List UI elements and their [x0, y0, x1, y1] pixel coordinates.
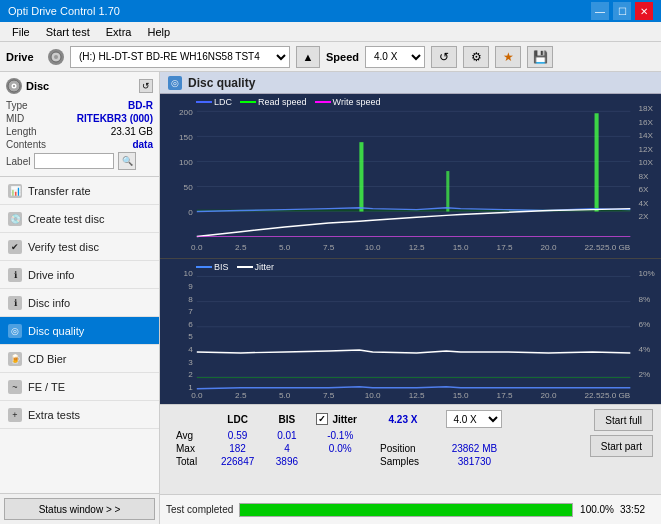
- sidebar-item-disc-quality[interactable]: ◎ Disc quality: [0, 317, 159, 345]
- legend-bis: BIS: [196, 262, 229, 272]
- svg-text:2.5: 2.5: [235, 243, 247, 252]
- legend-read-speed: Read speed: [240, 97, 307, 107]
- svg-text:15.0: 15.0: [453, 243, 470, 252]
- legend-jitter: Jitter: [237, 262, 275, 272]
- menu-help[interactable]: Help: [139, 24, 178, 40]
- sidebar-item-disc-info[interactable]: ℹ Disc info: [0, 289, 159, 317]
- menu-start-test[interactable]: Start test: [38, 24, 98, 40]
- app-title: Opti Drive Control 1.70: [8, 5, 120, 17]
- star-button[interactable]: ★: [495, 46, 521, 68]
- status-window-button[interactable]: Status window > >: [4, 498, 155, 520]
- disc-contents-val: data: [132, 139, 153, 150]
- drive-select[interactable]: (H:) HL-DT-ST BD-RE WH16NS58 TST4: [70, 46, 290, 68]
- status-text: Test completed: [166, 504, 233, 515]
- sidebar-item-create-test-disc[interactable]: 💿 Create test disc: [0, 205, 159, 233]
- col-header-ldc: LDC: [210, 409, 266, 429]
- legend-jitter-line: [237, 266, 253, 268]
- sidebar-item-drive-info[interactable]: ℹ Drive info: [0, 261, 159, 289]
- sidebar-item-transfer-rate[interactable]: 📊 Transfer rate: [0, 177, 159, 205]
- jitter-label: Jitter: [332, 414, 356, 425]
- chart1-svg: 200 150 100 50 0 18X 16X 14X 12X 10X 8X …: [160, 94, 661, 258]
- svg-text:0.0: 0.0: [191, 243, 203, 252]
- maximize-button[interactable]: ☐: [613, 2, 631, 20]
- avg-label: Avg: [168, 429, 210, 442]
- svg-rect-39: [595, 113, 599, 211]
- svg-text:100: 100: [179, 158, 193, 167]
- svg-rect-40: [446, 171, 449, 211]
- chart2-svg: 10 9 8 7 6 5 4 3 2 1 10% 8% 6% 4% 2%: [160, 259, 661, 404]
- disc-label-btn[interactable]: 🔍: [118, 152, 136, 170]
- stats-row-total: Total 226847 3896 Samples 381730: [168, 455, 515, 468]
- svg-text:10X: 10X: [639, 158, 654, 167]
- eject-button[interactable]: ▲: [296, 46, 320, 68]
- settings-button[interactable]: ⚙: [463, 46, 489, 68]
- refresh-button[interactable]: ↺: [431, 46, 457, 68]
- start-full-button[interactable]: Start full: [594, 409, 653, 431]
- close-button[interactable]: ✕: [635, 2, 653, 20]
- main-area: Disc ↺ Type BD-R MID RITEKBR3 (000) Leng…: [0, 72, 661, 524]
- avg-bis: 0.01: [265, 429, 308, 442]
- speed-label: Speed: [326, 51, 359, 63]
- svg-text:12X: 12X: [639, 145, 654, 154]
- disc-icon: [6, 78, 22, 94]
- content-title: Disc quality: [188, 76, 255, 90]
- transfer-rate-icon: 📊: [8, 184, 22, 198]
- sidebar-item-extra-tests[interactable]: + Extra tests: [0, 401, 159, 429]
- avg-jitter: -0.1%: [308, 429, 372, 442]
- svg-rect-5: [160, 94, 661, 258]
- svg-text:2: 2: [188, 370, 193, 379]
- menu-extra[interactable]: Extra: [98, 24, 140, 40]
- legend-write-line: [315, 101, 331, 103]
- svg-text:8%: 8%: [639, 295, 651, 304]
- status-time: 33:52: [620, 504, 655, 515]
- save-button[interactable]: 💾: [527, 46, 553, 68]
- jitter-checkbox[interactable]: ✓: [316, 413, 328, 425]
- svg-text:22.5: 22.5: [585, 243, 602, 252]
- svg-text:25.0 GB: 25.0 GB: [600, 391, 630, 400]
- disc-refresh-btn[interactable]: ↺: [139, 79, 153, 93]
- stats-row-max: Max 182 4 0.0% Position 23862 MB: [168, 442, 515, 455]
- disc-label-input[interactable]: [34, 153, 114, 169]
- svg-text:12.5: 12.5: [409, 243, 426, 252]
- total-bis: 3896: [265, 455, 308, 468]
- samples-val: 381730: [434, 455, 515, 468]
- legend-ldc: LDC: [196, 97, 232, 107]
- svg-text:50: 50: [184, 184, 194, 193]
- max-bis: 4: [265, 442, 308, 455]
- disc-quality-header-icon: ◎: [168, 76, 182, 90]
- svg-text:1: 1: [188, 383, 193, 392]
- position-label: Position: [372, 442, 434, 455]
- speed-select[interactable]: 4.0 XMax1.0 X2.0 X: [365, 46, 425, 68]
- stats-row-avg: Avg 0.59 0.01 -0.1%: [168, 429, 515, 442]
- chart1-container: LDC Read speed Write speed: [160, 94, 661, 259]
- svg-text:10: 10: [184, 269, 194, 278]
- legend-ldc-line: [196, 101, 212, 103]
- start-part-button[interactable]: Start part: [590, 435, 653, 457]
- stats-table: LDC BIS ✓ Jitter 4.23 X: [168, 409, 515, 468]
- minimize-button[interactable]: —: [591, 2, 609, 20]
- statusbar: Test completed 100.0% 33:52: [160, 494, 661, 524]
- col-header-speed-select: 4.0 XMax: [434, 409, 515, 429]
- start-buttons: Start full Start part: [523, 409, 653, 457]
- col-header-speed: 4.23 X: [372, 409, 434, 429]
- fe-te-icon: ~: [8, 380, 22, 394]
- svg-text:4%: 4%: [639, 345, 651, 354]
- menubar: File Start test Extra Help: [0, 22, 661, 42]
- sidebar-item-cd-bier[interactable]: 🍺 CD Bier: [0, 345, 159, 373]
- speed-select-sm[interactable]: 4.0 XMax: [446, 410, 502, 428]
- cd-bier-icon: 🍺: [8, 352, 22, 366]
- svg-text:10.0: 10.0: [365, 391, 381, 400]
- svg-text:10%: 10%: [639, 269, 655, 278]
- col-header-empty: [168, 409, 210, 429]
- disc-quality-icon: ◎: [8, 324, 22, 338]
- sidebar-item-verify-test-disc[interactable]: ✔ Verify test disc: [0, 233, 159, 261]
- svg-text:6X: 6X: [639, 185, 650, 194]
- avg-spacer: [372, 429, 515, 442]
- menu-file[interactable]: File: [4, 24, 38, 40]
- total-ldc: 226847: [210, 455, 266, 468]
- disc-mid-row: MID RITEKBR3 (000): [6, 113, 153, 124]
- disc-header: Disc ↺: [6, 78, 153, 94]
- sidebar-item-fe-te[interactable]: ~ FE / TE: [0, 373, 159, 401]
- svg-text:0: 0: [188, 209, 193, 218]
- samples-label: Samples: [372, 455, 434, 468]
